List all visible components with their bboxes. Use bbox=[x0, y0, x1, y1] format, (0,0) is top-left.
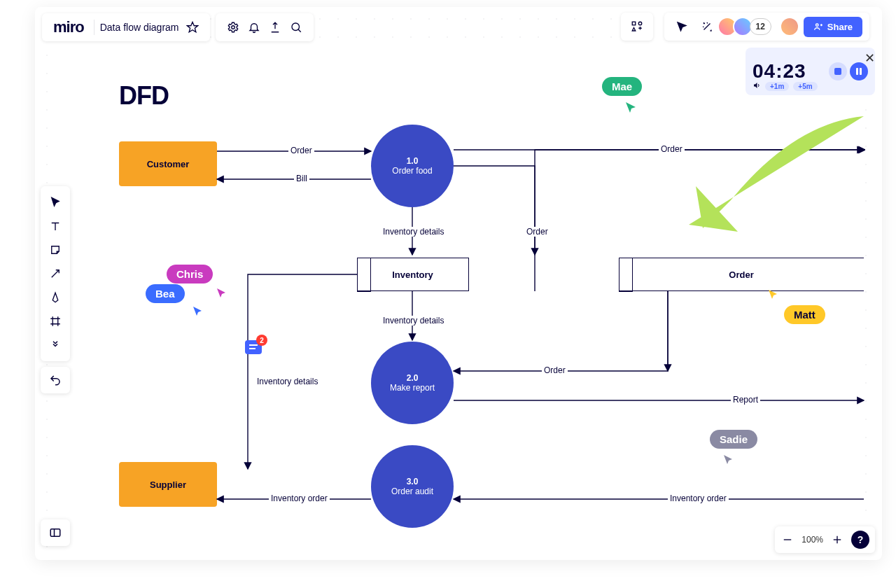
diagram-title[interactable]: DFD bbox=[119, 81, 169, 111]
collab-group: 12 Share bbox=[664, 13, 870, 41]
presence-avatars[interactable]: 12 bbox=[722, 17, 771, 36]
svg-marker-0 bbox=[187, 22, 197, 32]
frame-tool[interactable] bbox=[41, 309, 70, 333]
self-avatar[interactable] bbox=[780, 17, 799, 36]
star-icon[interactable] bbox=[182, 17, 203, 38]
apps-icon bbox=[626, 16, 648, 37]
flow-invorder-2: Inventory order bbox=[668, 493, 729, 503]
reactions-icon[interactable] bbox=[696, 16, 718, 37]
flow-invdetails-1: Inventory details bbox=[381, 227, 446, 237]
svg-rect-4 bbox=[632, 22, 636, 25]
select-tool[interactable] bbox=[41, 190, 70, 214]
flow-invdetails-3: Inventory details bbox=[255, 377, 320, 386]
flow-order-2: Order bbox=[524, 227, 550, 237]
sticky-tool[interactable] bbox=[41, 238, 70, 262]
miro-logo[interactable]: miro bbox=[49, 18, 88, 36]
process-1-num: 1.0 bbox=[407, 156, 419, 166]
zoom-controls: 100% ? bbox=[775, 526, 875, 553]
bell-icon[interactable] bbox=[244, 17, 265, 38]
zoom-percent[interactable]: 100% bbox=[802, 535, 823, 545]
zoom-out-button[interactable] bbox=[780, 529, 794, 550]
search-icon[interactable] bbox=[286, 17, 307, 38]
text-tool[interactable] bbox=[41, 214, 70, 238]
board-name[interactable]: Data flow diagram bbox=[100, 22, 182, 33]
panel-toggle-button[interactable] bbox=[41, 519, 70, 546]
canvas[interactable]: DFD Customer Supplier 1.0 Order food 2.0… bbox=[52, 46, 865, 550]
svg-point-1 bbox=[231, 26, 234, 29]
pen-tool[interactable] bbox=[41, 286, 70, 309]
flow-order-1: Order bbox=[288, 146, 314, 155]
flow-bill: Bill bbox=[294, 174, 309, 183]
tool-toolbar bbox=[41, 186, 70, 361]
svg-rect-9 bbox=[860, 68, 862, 75]
undo-button[interactable] bbox=[41, 367, 70, 393]
cursor-matt-icon bbox=[767, 288, 780, 301]
svg-rect-8 bbox=[856, 68, 858, 75]
timer-stop-button[interactable] bbox=[829, 62, 847, 80]
process-3-num: 3.0 bbox=[407, 477, 419, 486]
cursor-mode-icon[interactable] bbox=[671, 16, 692, 37]
comment-count: 2 bbox=[256, 335, 267, 346]
svg-point-6 bbox=[816, 24, 818, 27]
entity-supplier[interactable]: Supplier bbox=[119, 462, 217, 507]
process-2-name: Make report bbox=[390, 383, 435, 393]
arrow-tool[interactable] bbox=[41, 262, 70, 286]
avatar-overflow-count[interactable]: 12 bbox=[750, 18, 771, 35]
timer-widget[interactable]: 04:23 +1m +5m bbox=[746, 48, 875, 95]
comment-thread[interactable]: 2 bbox=[245, 340, 262, 354]
flow-report: Report bbox=[731, 395, 760, 405]
process-2-num: 2.0 bbox=[407, 373, 419, 383]
zoom-in-button[interactable] bbox=[830, 529, 844, 550]
flow-order-3: Order bbox=[659, 144, 685, 154]
cursor-sadie: Sadie bbox=[710, 430, 757, 449]
apps-button[interactable] bbox=[621, 13, 653, 41]
timer-add-1m[interactable]: +1m bbox=[765, 82, 789, 91]
datastore-order[interactable]: Order bbox=[619, 258, 864, 291]
cursor-sadie-icon bbox=[722, 454, 735, 466]
flow-invdetails-2: Inventory details bbox=[381, 316, 446, 326]
process-3[interactable]: 3.0 Order audit bbox=[371, 445, 454, 528]
flow-invorder-1: Inventory order bbox=[269, 493, 330, 503]
board-header: miro Data flow diagram bbox=[42, 13, 210, 41]
datastore-inventory[interactable]: Inventory bbox=[357, 258, 469, 291]
cursor-chris-icon bbox=[216, 287, 228, 300]
svg-point-5 bbox=[638, 22, 642, 25]
process-1[interactable]: 1.0 Order food bbox=[371, 125, 454, 207]
timer-display: 04:23 bbox=[752, 60, 806, 83]
cursor-bea: Bea bbox=[146, 284, 185, 303]
entity-customer[interactable]: Customer bbox=[119, 141, 217, 186]
svg-rect-7 bbox=[834, 68, 841, 75]
cursor-mae: Mae bbox=[602, 77, 642, 96]
timer-add-5m[interactable]: +5m bbox=[793, 82, 817, 91]
process-2[interactable]: 2.0 Make report bbox=[371, 342, 454, 424]
share-button[interactable]: Share bbox=[804, 17, 862, 37]
svg-rect-10 bbox=[50, 529, 60, 537]
svg-point-2 bbox=[292, 23, 300, 31]
process-1-name: Order food bbox=[392, 166, 432, 176]
share-label: Share bbox=[827, 22, 853, 32]
cursor-mae-icon bbox=[624, 101, 638, 115]
settings-icon[interactable] bbox=[223, 17, 244, 38]
sound-icon[interactable] bbox=[752, 81, 761, 91]
svg-line-3 bbox=[298, 29, 301, 32]
process-3-name: Order audit bbox=[391, 486, 433, 496]
timer-close-button[interactable]: ✕ bbox=[864, 50, 875, 66]
export-icon[interactable] bbox=[265, 17, 286, 38]
cursor-chris: Chris bbox=[167, 265, 213, 284]
divider bbox=[94, 20, 94, 35]
board-actions bbox=[216, 13, 314, 41]
help-button[interactable]: ? bbox=[851, 531, 869, 549]
cursor-matt: Matt bbox=[784, 305, 825, 324]
more-tools[interactable] bbox=[41, 333, 70, 357]
flow-order-4: Order bbox=[542, 365, 568, 375]
cursor-bea-icon bbox=[192, 305, 204, 318]
